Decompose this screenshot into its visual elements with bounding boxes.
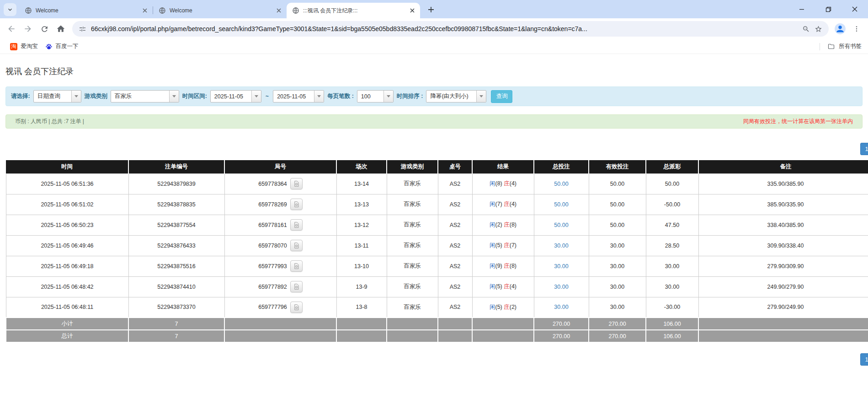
- round-number: 659778161: [258, 222, 287, 228]
- banker-score: (7): [510, 242, 517, 248]
- site-info-icon[interactable]: [79, 25, 86, 33]
- forward-button[interactable]: [20, 21, 36, 37]
- cell-session: 13-9: [336, 276, 387, 297]
- total-bet-link[interactable]: 30.00: [554, 284, 568, 290]
- cell-table-number: AS2: [438, 215, 472, 235]
- column-header: 结果: [472, 160, 534, 173]
- banker-result: 庄: [504, 242, 510, 248]
- date-mode-select[interactable]: 日期查询: [33, 90, 81, 102]
- close-window-button[interactable]: [841, 0, 868, 18]
- taobao-icon: 淘: [10, 43, 17, 50]
- total-bet-link[interactable]: 30.00: [554, 304, 568, 310]
- video-replay-button[interactable]: [290, 219, 303, 231]
- forward-icon: [23, 24, 32, 33]
- cell-result: 闲(5) 庄(4): [472, 276, 534, 297]
- bet-records-table: 时间注单编号局号场次游戏类别桌号结果总投注有效投注总派彩备注 2025-11-0…: [5, 160, 868, 343]
- chevron-down-icon: [169, 91, 179, 102]
- summary-cell: 270.00: [589, 330, 646, 342]
- tab-strip: Welcome Welcome :::视讯 会员下注纪录:::: [0, 0, 868, 18]
- cell-time: 2025-11-05 06:49:18: [6, 256, 128, 276]
- cell-remark: 279.90/309.90: [698, 256, 868, 276]
- video-record-icon: [293, 242, 300, 249]
- cell-game-type: 百家乐: [387, 173, 438, 194]
- tab-search-button[interactable]: [4, 3, 16, 16]
- zoom-out-icon[interactable]: [802, 25, 810, 33]
- range-tilde: ~: [265, 93, 270, 100]
- cell-total-bet: 30.00: [534, 297, 589, 318]
- cell-valid-bet: 30.00: [589, 256, 646, 276]
- cell-remark: 385.90/335.90: [698, 194, 868, 215]
- all-bookmarks[interactable]: 所有书签: [820, 43, 862, 50]
- cell-payout: 28.50: [646, 235, 698, 256]
- cell-session: 13-8: [336, 297, 387, 318]
- player-score: (2): [495, 221, 502, 228]
- browser-tab-2[interactable]: Welcome: [153, 3, 287, 18]
- total-bet-link[interactable]: 30.00: [554, 243, 568, 249]
- round-number: 659777796: [258, 304, 287, 310]
- video-replay-button[interactable]: [290, 199, 303, 210]
- tab-close-icon[interactable]: [275, 6, 283, 15]
- date-to-select[interactable]: 2025-11-05: [273, 90, 324, 102]
- info-bar: 币别 : 人民币 | 总共 :7 注单 | 同局有效投注，统一计算在该局第一张注…: [5, 114, 863, 129]
- table-header-row: 时间注单编号局号场次游戏类别桌号结果总投注有效投注总派彩备注: [6, 160, 868, 173]
- column-header: 备注: [698, 160, 868, 173]
- video-record-icon: [293, 201, 300, 208]
- query-button[interactable]: 查询: [491, 90, 512, 103]
- address-bar[interactable]: 66cxkj98.com/ipl/portal.php/game/betreco…: [72, 21, 829, 37]
- total-bet-link[interactable]: 50.00: [554, 181, 568, 187]
- date-from-select[interactable]: 2025-11-05: [210, 90, 261, 102]
- cell-total-bet: 30.00: [534, 235, 589, 256]
- summary-cell: [224, 330, 336, 342]
- profile-avatar[interactable]: [832, 21, 848, 37]
- browser-menu-button[interactable]: [849, 21, 864, 37]
- cell-payout: -50.00: [646, 194, 698, 215]
- restore-button[interactable]: [815, 0, 841, 18]
- cell-bet-number: 522943877554: [128, 215, 224, 235]
- home-button[interactable]: [53, 21, 69, 37]
- bookmark-taobao[interactable]: 淘 爱淘宝: [6, 41, 42, 52]
- reload-button[interactable]: [37, 21, 52, 37]
- cell-game-type: 百家乐: [387, 297, 438, 318]
- page-1-button[interactable]: 1: [860, 353, 868, 366]
- bookmark-baidu[interactable]: 百度一下: [42, 41, 82, 52]
- browser-window: Welcome Welcome :::视讯 会员下注纪录:::: [0, 0, 868, 366]
- new-tab-button[interactable]: [425, 3, 437, 16]
- game-type-select[interactable]: 百家乐: [111, 90, 179, 102]
- cell-game-type: 百家乐: [387, 235, 438, 256]
- player-score: (8): [495, 180, 502, 187]
- video-replay-button[interactable]: [290, 302, 303, 313]
- cell-time: 2025-11-05 06:48:11: [6, 297, 128, 318]
- cell-valid-bet: 30.00: [589, 297, 646, 318]
- browser-tab-active[interactable]: :::视讯 会员下注纪录:::: [287, 3, 420, 18]
- cell-round-number: 659777796: [224, 297, 336, 318]
- tab-close-icon[interactable]: [141, 6, 149, 15]
- cell-bet-number: 522943873370: [128, 297, 224, 318]
- bookmark-star-icon[interactable]: [815, 25, 822, 33]
- total-bet-link[interactable]: 30.00: [554, 263, 568, 270]
- video-replay-button[interactable]: [290, 178, 303, 189]
- minimize-button[interactable]: [788, 0, 815, 18]
- back-button[interactable]: [4, 21, 19, 37]
- sort-select[interactable]: 降幂(由大到小): [426, 90, 486, 102]
- player-result: 闲: [490, 180, 495, 187]
- cell-game-type: 百家乐: [387, 215, 438, 235]
- globe-icon: [25, 7, 32, 14]
- cell-session: 13-11: [336, 235, 387, 256]
- cell-session: 13-14: [336, 173, 387, 194]
- tab-close-icon[interactable]: [408, 6, 416, 15]
- cell-result: 闲(8) 庄(4): [472, 173, 534, 194]
- total-bet-link[interactable]: 50.00: [554, 201, 568, 208]
- cell-total-bet: 50.00: [534, 215, 589, 235]
- column-header: 总派彩: [646, 160, 698, 173]
- cell-round-number: 659778070: [224, 235, 336, 256]
- page-1-button[interactable]: 1: [860, 143, 868, 155]
- total-bet-link[interactable]: 50.00: [554, 222, 568, 228]
- video-replay-button[interactable]: [290, 240, 303, 251]
- player-result: 闲: [490, 242, 495, 248]
- video-replay-button[interactable]: [290, 281, 303, 292]
- cell-game-type: 百家乐: [387, 194, 438, 215]
- browser-tab-1[interactable]: Welcome: [19, 3, 153, 18]
- per-page-select[interactable]: 100: [357, 90, 394, 102]
- summary-cell: 270.00: [534, 318, 589, 330]
- video-replay-button[interactable]: [290, 260, 303, 272]
